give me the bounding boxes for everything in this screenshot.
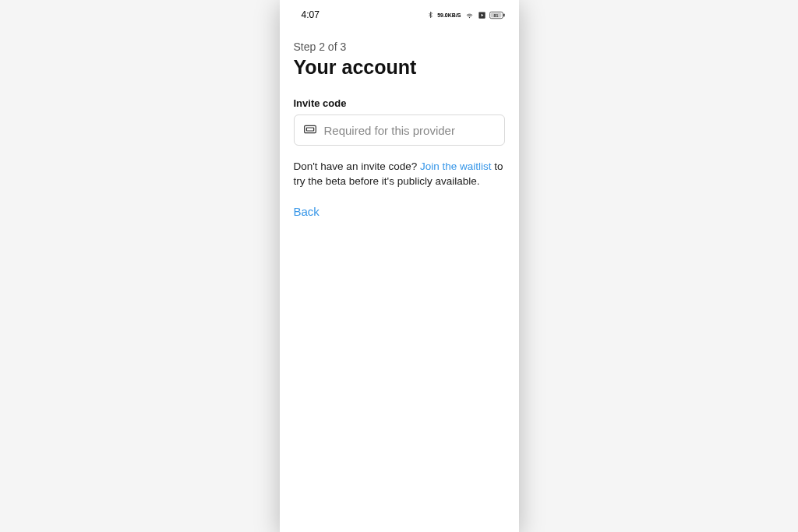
page-title: Your account — [294, 56, 505, 79]
phone-screen: 4:07 59.0KB/S — [280, 0, 519, 532]
invite-code-input[interactable] — [324, 124, 495, 137]
invite-code-label: Invite code — [294, 97, 505, 109]
status-time: 4:07 — [302, 9, 320, 20]
content-area: Step 2 of 3 Your account Invite code Don… — [280, 25, 519, 219]
ticket-icon — [304, 123, 316, 137]
helper-text: Don't have an invite code? Join the wait… — [294, 160, 505, 189]
wifi-icon — [464, 11, 475, 19]
svg-text:81: 81 — [493, 12, 498, 17]
battery-icon: 81 — [489, 11, 505, 19]
square-icon — [478, 11, 486, 19]
status-bar: 4:07 59.0KB/S — [280, 0, 519, 25]
bluetooth-icon — [427, 10, 434, 19]
invite-code-input-wrap[interactable] — [294, 115, 505, 146]
join-waitlist-link[interactable]: Join the waitlist — [420, 160, 492, 172]
back-button[interactable]: Back — [294, 205, 320, 218]
helper-prefix: Don't have an invite code? — [294, 160, 420, 172]
svg-rect-7 — [306, 128, 313, 131]
step-indicator: Step 2 of 3 — [294, 41, 505, 53]
network-speed-icon: 59.0KB/S — [437, 12, 461, 18]
svg-rect-3 — [503, 13, 505, 16]
status-icons: 59.0KB/S 81 — [427, 10, 504, 19]
